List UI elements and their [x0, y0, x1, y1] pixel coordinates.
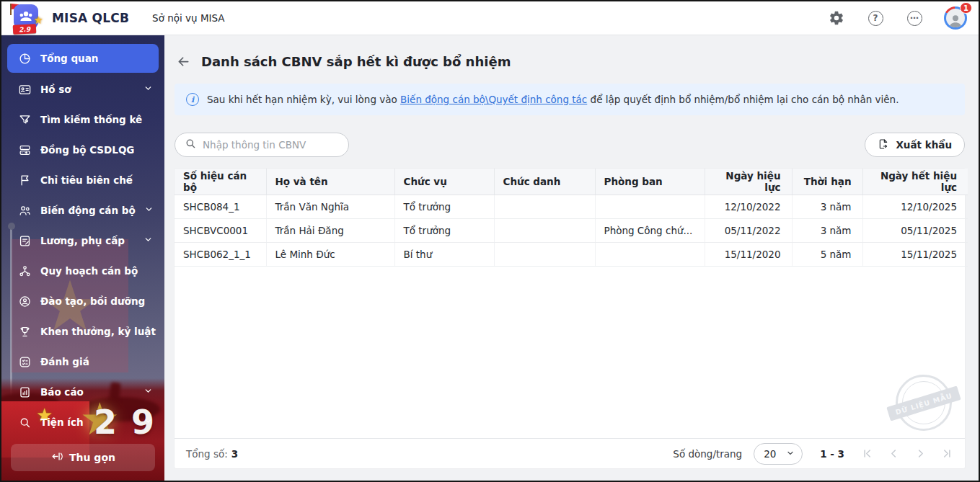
sidebar-item-bien-dong-can-bo[interactable]: Biến động cán bộ — [1, 195, 164, 226]
table-row[interactable]: SHCB062_1_1 Lê Minh Đức Bí thư 15/11/202… — [175, 242, 968, 266]
data-table-card: Số hiệu cán bộ Họ và tên Chức vụ Chức da… — [175, 169, 965, 468]
report-icon — [17, 385, 32, 399]
sidebar-item-label: Đào tạo, bồi dưỡng — [40, 295, 145, 307]
cell-ho-ten: Trần Hải Đăng — [266, 218, 394, 242]
cell-ngay-hieu-luc: 05/11/2022 — [705, 218, 792, 242]
sidebar-item-label: Tổng quan — [40, 53, 98, 64]
cell-so-hieu: SHCBVC0001 — [175, 218, 266, 242]
sidebar-item-luong-phu-cap[interactable]: Lương, phụ cấp — [1, 226, 164, 256]
export-button[interactable]: Xuất khẩu — [865, 133, 965, 157]
banner-link[interactable]: Biến động cán bộ\Quyết định công tác — [400, 94, 587, 105]
cell-ngay-hieu-luc: 12/10/2022 — [705, 195, 792, 218]
sidebar-item-chi-tieu-bien-che[interactable]: Chỉ tiêu biên chế — [1, 165, 164, 195]
sidebar-item-tong-quan[interactable]: Tổng quan — [7, 44, 159, 73]
col-header-ngay-het-hieu-luc: Ngày hết hiệu lực — [862, 169, 968, 195]
sidebar-item-tim-kiem-thong-ke[interactable]: Tìm kiếm thống kê — [1, 104, 164, 135]
sample-data-watermark: DỮ LIỆU MẪU — [893, 372, 955, 434]
chevron-down-icon — [144, 416, 153, 428]
checklist-icon — [17, 354, 32, 369]
cell-phong-ban: Phòng Công chứ... — [595, 218, 705, 242]
page-title: Danh sách CBNV sắp hết kì được bổ nhiệm — [201, 54, 511, 69]
chevron-down-icon — [144, 386, 153, 398]
cell-so-hieu: SHCB084_1 — [175, 195, 266, 218]
banner-text-before: Sau khi hết hạn nhiệm kỳ, vui lòng vào — [207, 94, 400, 105]
cell-ngay-het-hieu-luc: 15/11/2025 — [862, 242, 968, 266]
help-icon[interactable]: ? — [866, 9, 885, 27]
search-icon — [185, 138, 196, 152]
sidebar-item-quy-hoach-can-bo[interactable]: Quy hoạch cán bộ — [1, 256, 164, 286]
magnifier-icon — [17, 415, 32, 429]
table-row[interactable]: SHCBVC0001 Trần Hải Đăng Tổ trưởng Phòng… — [175, 218, 968, 242]
sidebar-item-ho-so[interactable]: Hồ sơ — [1, 74, 164, 104]
sidebar-item-khen-thuong-ky-luat[interactable]: Khen thưởng, kỷ luật — [1, 316, 164, 347]
back-arrow-icon[interactable] — [175, 53, 192, 70]
database-sync-icon — [17, 143, 32, 157]
sidebar-item-label: Quy hoạch cán bộ — [40, 265, 138, 277]
sidebar-item-label: Chỉ tiêu biên chế — [40, 174, 133, 186]
sidebar-item-bao-cao[interactable]: Báo cáo — [1, 377, 164, 407]
chevron-down-icon — [144, 205, 154, 216]
more-options-icon[interactable]: ⋯ — [905, 9, 924, 27]
chevron-down-icon — [144, 235, 153, 246]
cell-ngay-het-hieu-luc: 05/11/2025 — [862, 218, 968, 242]
cbnv-table: Số hiệu cán bộ Họ và tên Chức vụ Chức da… — [175, 169, 968, 267]
sidebar-item-label: Khen thưởng, kỷ luật — [40, 326, 156, 337]
cell-chuc-vu: Tổ trưởng — [394, 218, 494, 242]
cell-phong-ban — [595, 195, 705, 218]
banner-text: Sau khi hết hạn nhiệm kỳ, vui lòng vào B… — [207, 94, 899, 105]
document-pen-icon — [17, 233, 32, 248]
sidebar-item-label: Báo cáo — [40, 386, 84, 398]
table-header-row: Số hiệu cán bộ Họ và tên Chức vụ Chức da… — [175, 169, 968, 195]
page-size-select[interactable]: 20 — [754, 443, 803, 465]
sidebar-item-dao-tao-boi-duong[interactable]: Đào tạo, bồi dưỡng — [1, 286, 164, 316]
sidebar-item-tien-ich[interactable]: Tiện ích — [1, 407, 164, 437]
sidebar-item-label: Tiện ích — [40, 416, 84, 428]
col-header-phong-ban: Phòng ban — [595, 169, 705, 195]
settings-gear-icon[interactable] — [827, 9, 846, 27]
last-page-button[interactable] — [940, 447, 953, 460]
cell-ngay-het-hieu-luc: 12/10/2025 — [862, 195, 968, 218]
next-page-button[interactable] — [914, 447, 927, 460]
help-glyph: ? — [868, 11, 883, 26]
cell-chuc-vu: Bí thư — [394, 242, 494, 266]
cell-chuc-danh — [494, 218, 595, 242]
first-page-button[interactable] — [860, 447, 873, 460]
cell-chuc-vu: Tổ trưởng — [394, 195, 494, 218]
collapse-sidebar-button[interactable]: Thu gọn — [11, 444, 155, 471]
info-banner: i Sau khi hết hạn nhiệm kỳ, vui lòng vào… — [175, 84, 965, 115]
col-header-ngay-hieu-luc: Ngày hiệu lực — [705, 169, 792, 195]
table-footer: Tổng số: 3 Số dòng/trang 20 1 - 3 — [175, 438, 965, 468]
sidebar-item-dong-bo-csdlqg[interactable]: Đồng bộ CSDLQG — [1, 135, 164, 165]
previous-page-button[interactable] — [887, 447, 900, 460]
banner-text-after: để lập quyết định bổ nhiệm/bổ nhiệm lại … — [587, 94, 899, 105]
cell-chuc-danh — [494, 242, 595, 266]
page-size-value: 20 — [764, 448, 776, 460]
logo-flagpole — [10, 4, 12, 15]
more-glyph: ⋯ — [907, 11, 922, 26]
sidebar-item-label: Biến động cán bộ — [40, 205, 136, 216]
flag-icon — [17, 173, 32, 187]
cell-thoi-han: 5 năm — [792, 242, 862, 266]
cell-ho-ten: Trần Văn Nghĩa — [266, 195, 394, 218]
table-row[interactable]: SHCB084_1 Trần Văn Nghĩa Tổ trưởng 12/10… — [175, 195, 968, 218]
id-card-icon — [17, 82, 32, 97]
col-header-thoi-han: Thời hạn — [792, 169, 862, 195]
info-icon: i — [186, 93, 199, 106]
page-size-label: Số dòng/trang — [673, 448, 742, 460]
cell-phong-ban — [595, 242, 705, 266]
chevron-down-icon — [786, 448, 795, 460]
total-value: 3 — [231, 448, 238, 460]
page-header: Danh sách CBNV sắp hết kì được bổ nhiệm — [175, 51, 965, 71]
logo-version-badge: 2.9 — [13, 24, 37, 35]
export-file-icon — [878, 138, 889, 152]
table-toolbar: Xuất khẩu — [175, 133, 965, 157]
collapse-icon — [50, 450, 63, 465]
col-header-ho-ten: Họ và tên — [266, 169, 394, 195]
org-chart-icon — [17, 264, 32, 278]
user-avatar[interactable]: 1 — [944, 6, 967, 30]
notification-badge: 1 — [960, 2, 972, 14]
pie-chart-icon — [17, 51, 32, 66]
sidebar-item-danh-gia[interactable]: Đánh giá — [1, 347, 164, 377]
pager-buttons — [860, 447, 953, 460]
search-input[interactable] — [203, 139, 339, 151]
